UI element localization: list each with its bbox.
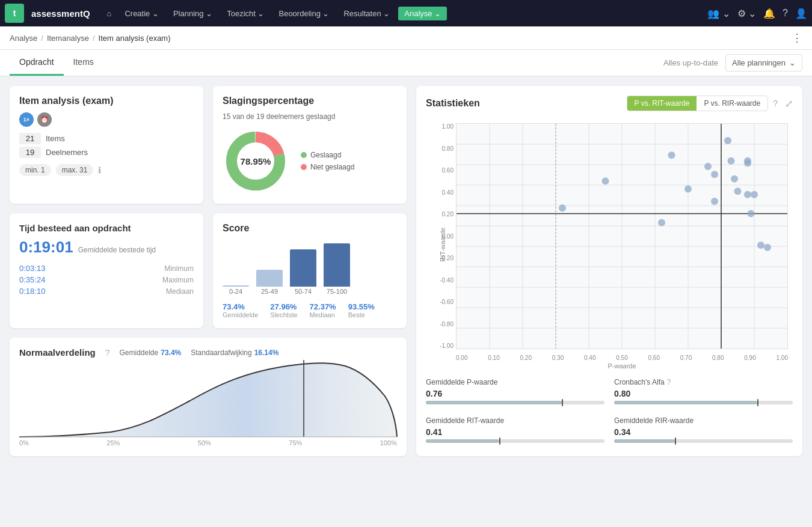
bar-75-100-label: 75-100 — [327, 288, 347, 295]
tijd-card: Tijd besteed aan opdracht 0:19:01 Gemidd… — [10, 213, 203, 328]
breadcrumb: Analyse / Itemanalyse / Item analysis (e… — [0, 26, 812, 50]
nav-creatie[interactable]: Creatie ⌄ — [118, 7, 165, 20]
score-slechtste-val: 27.96% — [270, 302, 297, 311]
normaal-std-stat: Standaardafwijking 16.14% — [191, 349, 278, 357]
scatter-xlabel: P-waarde — [456, 362, 788, 370]
user-icon[interactable]: 👤 — [795, 8, 807, 19]
settings-icon[interactable]: ⚙ ⌄ — [737, 8, 756, 19]
tijd-max-row: 0:35:24 Maximum — [19, 275, 194, 284]
bstat-p-waarde-bar — [426, 401, 604, 404]
dot-red-icon — [301, 164, 307, 170]
score-gemiddelde: 73.4% Gemiddelde — [223, 302, 258, 318]
minmax-info-icon[interactable]: ℹ — [98, 165, 101, 175]
btn-rir[interactable]: P vs. RIR-waarde — [697, 96, 767, 111]
right-column: Statistieken P vs. RIT-waarde P vs. RIR-… — [416, 86, 802, 456]
stat-help-icon[interactable]: ? — [773, 99, 778, 108]
bstat-rir-val: 0.34 — [614, 427, 793, 437]
nav-resultaten[interactable]: Resultaten ⌄ — [337, 7, 396, 20]
nav-toezicht[interactable]: Toezicht ⌄ — [221, 7, 270, 20]
scatter-dot — [744, 159, 751, 166]
planning-dropdown[interactable]: Alle planningen ⌄ — [725, 54, 802, 72]
xtick-90: 0.90 — [744, 355, 755, 361]
status-text: Alles up-to-date — [663, 58, 718, 67]
scatter-dot — [668, 151, 675, 159]
normaal-xaxis-50: 50% — [198, 439, 211, 446]
xtick-80: 0.80 — [712, 355, 724, 361]
tijd-avg-label: Gemiddelde bestede tijd — [78, 246, 156, 254]
cronbach-help-icon[interactable]: ? — [667, 378, 671, 386]
score-slechtste-lbl: Slechtste — [270, 311, 297, 318]
info-card-title: Item analysis (exam) — [19, 96, 194, 106]
users-icon[interactable]: 👥 ⌄ — [707, 8, 730, 19]
xtick-30: 0.30 — [552, 355, 564, 361]
bar-25-49-fill — [256, 270, 283, 287]
logo[interactable]: t — [5, 4, 24, 23]
home-button[interactable]: ⌂ — [102, 7, 117, 20]
bstat-rir-marker — [675, 437, 676, 445]
breadcrumb-menu-icon[interactable]: ⋮ — [792, 31, 802, 44]
legend-niet-label: Niet geslaagd — [310, 163, 354, 171]
legend-niet-geslaagd: Niet geslaagd — [301, 163, 354, 171]
tab-opdracht[interactable]: Opdracht — [10, 50, 64, 76]
score-card-title: Score — [223, 223, 397, 234]
expand-icon[interactable]: ⤢ — [785, 98, 793, 109]
help-icon[interactable]: ? — [783, 8, 788, 19]
scatter-dot — [728, 157, 735, 165]
bstat-p-waarde-fill — [426, 401, 562, 404]
donut-label: 78.95% — [241, 156, 271, 166]
nav-planning[interactable]: Planning ⌄ — [167, 7, 218, 20]
stat-panel-title: Statistieken — [426, 98, 480, 109]
slaag-card-title: Slagingspercentage — [223, 96, 397, 106]
normaal-xaxis-25: 25% — [106, 439, 120, 446]
nav-beoordeling[interactable]: Beoordeling ⌄ — [272, 7, 335, 20]
score-beste-val: 93.55% — [348, 302, 375, 311]
bell-icon[interactable]: 🔔 — [763, 8, 775, 19]
second-row: Tijd besteed aan opdracht 0:19:01 Gemidd… — [10, 213, 407, 328]
normaal-gemiddelde-stat: Gemiddelde 73.4% — [120, 349, 182, 357]
bar-25-49: 25-49 — [256, 270, 283, 295]
score-gemiddelde-lbl: Gemiddelde — [223, 311, 258, 318]
ytick-m100: -1.00 — [440, 343, 454, 349]
normaal-gemiddelde-label: Gemiddelde — [120, 349, 159, 357]
btn-rit[interactable]: P vs. RIT-waarde — [627, 96, 697, 111]
breadcrumb-analyse[interactable]: Analyse — [10, 34, 37, 43]
score-stats-grid: 73.4% Gemiddelde 27.96% Slechtste 72.37%… — [223, 302, 397, 318]
tab-items[interactable]: Items — [64, 50, 103, 76]
left-column: Item analysis (exam) 1× ⏰ 21 Items 19 De… — [10, 86, 407, 456]
tijd-avg-value: 0:19:01 — [19, 238, 73, 257]
bar-50-74: 50-74 — [290, 249, 316, 295]
deelnemers-stat-row: 19 Deelnemers — [19, 147, 194, 158]
normaal-title: Normaalverdeling — [19, 347, 96, 358]
score-gemiddelde-val: 73.4% — [223, 302, 258, 311]
info-card-icons: 1× ⏰ — [19, 112, 194, 127]
bstat-rit-marker — [499, 437, 500, 445]
score-mediaan-lbl: Mediaan — [310, 311, 336, 318]
tijd-title: Tijd besteed aan opdracht — [19, 223, 194, 233]
bstat-cronbach-marker — [757, 399, 758, 406]
legend-geslaagd: Geslaagd — [301, 151, 354, 159]
bstat-rir-fill — [614, 439, 675, 443]
bstat-p-waarde-val: 0.76 — [426, 389, 604, 398]
score-card: Score 0-24 25-49 50-74 — [213, 213, 407, 328]
bstat-rit-title: Gemiddelde RIT-waarde — [426, 416, 604, 425]
nav-analyse[interactable]: Analyse ⌄ — [398, 7, 447, 20]
bstat-rir-label: Gemiddelde RIR-waarde — [614, 416, 694, 425]
breadcrumb-itemanalyse[interactable]: Itemanalyse — [47, 34, 89, 43]
scatter-dot — [748, 210, 755, 218]
bar-0-24-fill — [223, 285, 249, 287]
bstat-rir: Gemiddelde RIR-waarde 0.34 — [614, 416, 793, 445]
normaal-help-icon[interactable]: ? — [105, 348, 110, 358]
bar-0-24: 0-24 — [223, 285, 249, 295]
score-bar-chart: 0-24 25-49 50-74 75-100 — [223, 241, 397, 295]
bstat-p-waarde-marker — [562, 399, 563, 406]
scatter-dot — [731, 175, 738, 183]
info-card: Item analysis (exam) 1× ⏰ 21 Items 19 De… — [10, 86, 203, 204]
tijd-max-label: Maximum — [162, 276, 194, 284]
slaag-subtitle: 15 van de 19 deelnemers geslaagd — [223, 112, 397, 121]
tijd-med-row: 0:18:10 Mediaan — [19, 287, 194, 296]
donut-area: 78.95% Geslaagd Niet geslaagd — [223, 128, 397, 194]
top-row: Item analysis (exam) 1× ⏰ 21 Items 19 De… — [10, 86, 407, 204]
xtick-60: 0.60 — [648, 355, 660, 361]
normaal-header: Normaalverdeling ? Gemiddelde 73.4% Stan… — [19, 347, 397, 358]
bstat-p-waarde-title: Gemiddelde P-waarde — [426, 378, 604, 386]
